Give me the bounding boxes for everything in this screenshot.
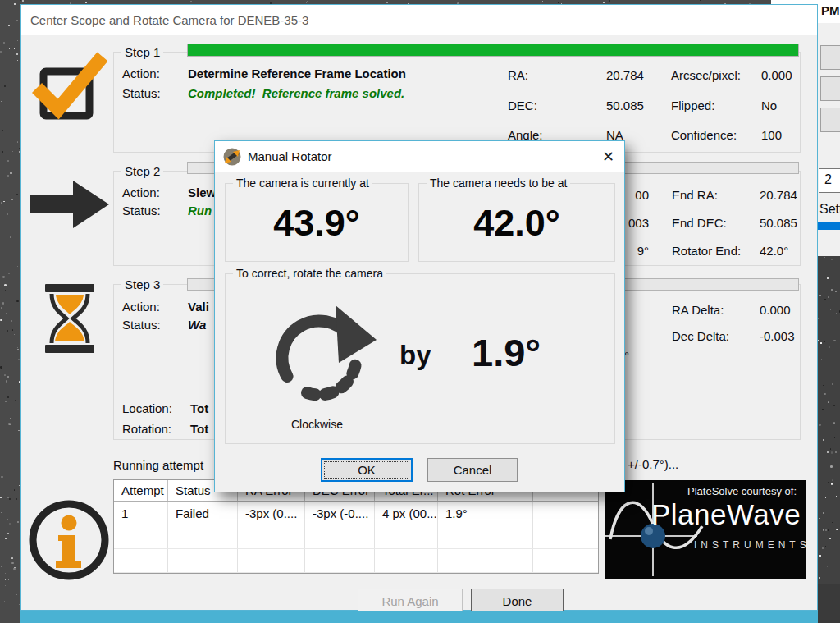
current-angle-legend: The camera is currently at xyxy=(233,176,372,190)
dec-value: 50.085 xyxy=(606,98,644,112)
rotation-amount-value: 1.9° xyxy=(472,330,541,375)
dec-label: DEC: xyxy=(508,98,537,112)
target-angle-legend: The camera needs to be at xyxy=(427,176,570,190)
flipped-value: No xyxy=(761,98,777,112)
planewave-brand-text: PlaneWave xyxy=(651,498,801,531)
arcsec-value: 0.000 xyxy=(761,68,792,82)
planewave-instruments-text: INSTRUMENTS xyxy=(694,539,806,551)
step1-legend: Step 1 xyxy=(121,45,163,59)
current-angle-value: 43.9° xyxy=(226,202,408,245)
table-row[interactable]: 1 Failed -3px (0.... -3px (-0.... 4 px (… xyxy=(114,502,598,525)
exposure-input[interactable]: 2 xyxy=(819,168,840,193)
confidence-label: Confidence: xyxy=(671,128,737,142)
correction-groupbox: To correct, rotate the camera Clockwise … xyxy=(225,273,615,444)
done-button[interactable]: Done xyxy=(471,589,564,613)
dialog-titlebar[interactable]: Manual Rotator ✕ xyxy=(215,141,624,172)
step2-action-label: Action: xyxy=(122,186,160,199)
main-window-title: Center Scope and Rotate Camera for DENEB… xyxy=(30,5,308,35)
end-dec-value: 50.085 xyxy=(760,216,797,230)
dec-delta-label: Dec Delta: xyxy=(672,329,729,343)
step3-waiting-hourglass-icon xyxy=(43,284,96,353)
ra-delta-label: RA Delta: xyxy=(672,303,724,317)
manual-rotator-dialog: Manual Rotator ✕ The camera is currently… xyxy=(214,140,625,492)
attempts-table: Attempt Status RA Error DEC Error Total … xyxy=(113,479,599,574)
tab-selected-indicator xyxy=(818,222,840,230)
rotator-end-label: Rotator End: xyxy=(672,244,741,258)
end-ra-label: End RA: xyxy=(672,188,718,202)
step3-status-label: Status: xyxy=(122,318,161,332)
flipped-label: Flipped: xyxy=(671,98,714,112)
step2-running-arrow-icon xyxy=(30,177,109,231)
correction-legend: To correct, rotate the camera xyxy=(233,267,386,280)
column-header[interactable]: Attempt xyxy=(114,480,168,501)
rotation-label: Rotation: xyxy=(122,422,171,436)
ra-delta-value: 0.000 xyxy=(760,303,791,317)
step2-status-label: Status: xyxy=(122,204,161,218)
dark-panel-bottom-right xyxy=(818,584,840,623)
rot-error-cell: 1.9° xyxy=(438,502,533,525)
starfield-image-right xyxy=(818,231,840,584)
platesolve-courtesy-text: PlateSolve courtesy of: xyxy=(687,485,797,497)
step1-complete-check-icon xyxy=(32,52,107,124)
info-icon xyxy=(28,496,110,584)
window-bottom-border xyxy=(20,611,818,623)
location-label: Location: xyxy=(122,401,172,415)
toolbar-button-fragment[interactable] xyxy=(820,76,840,101)
direction-label: Clockwise xyxy=(291,418,343,431)
close-icon[interactable]: ✕ xyxy=(602,141,614,172)
end-dec-label: End DEC: xyxy=(672,216,727,230)
target-angle-value: 42.0° xyxy=(419,202,614,245)
run-again-button[interactable]: Run Again xyxy=(358,589,463,613)
step3-status-value: Wa xyxy=(188,318,206,332)
main-titlebar[interactable]: Center Scope and Rotate Camera for DENEB… xyxy=(21,5,817,35)
arcsec-label: Arcsec/pixel: xyxy=(671,68,741,82)
toolbar-button-fragment[interactable] xyxy=(820,108,840,132)
step3-action-value: Vali xyxy=(188,300,209,314)
step2-status-value: Run xyxy=(188,204,212,218)
total-error-cell: 4 px (00... xyxy=(375,502,438,525)
running-attempt-text-right: +/-0.7°)... xyxy=(628,457,678,471)
starfield-background-left xyxy=(0,0,20,623)
ra-value: 20.784 xyxy=(606,68,644,82)
current-angle-groupbox: The camera is currently at 43.9° xyxy=(225,183,409,262)
table-row-empty[interactable] xyxy=(114,525,598,549)
target-angle-groupbox: The camera needs to be at 42.0° xyxy=(418,183,615,262)
attempt-cell: 1 xyxy=(114,502,168,525)
step1-action-value: Determine Reference Frame Location xyxy=(188,66,406,80)
rotate-clockwise-icon xyxy=(260,286,383,417)
desktop: PM 2 Setti Center Scope and Rotate Camer… xyxy=(0,0,840,623)
step1-progress-fill xyxy=(188,44,798,56)
step1-progress-bar xyxy=(187,44,799,57)
cancel-button[interactable]: Cancel xyxy=(427,458,518,482)
by-label: by xyxy=(399,340,431,371)
step2-action-value: Slew xyxy=(188,186,216,199)
tab-settings[interactable]: Setti xyxy=(819,202,840,217)
running-attempt-text: Running attempt xyxy=(113,458,203,472)
exposure-value: 2 xyxy=(824,172,832,187)
planewave-logo: PlateSolve courtesy of: PlaneWave INSTRU… xyxy=(605,480,806,579)
confidence-value: 100 xyxy=(761,128,782,142)
dialog-title: Manual Rotator xyxy=(248,141,332,172)
step3-action-label: Action: xyxy=(122,300,160,314)
dec-delta-value: -0.003 xyxy=(760,329,795,343)
step1-status-label: Status: xyxy=(122,86,161,100)
end-ra-value: 20.784 xyxy=(760,188,797,202)
ra-label: RA: xyxy=(508,68,528,82)
dec-error-cell: -3px (-0.... xyxy=(305,502,375,525)
rotator-end-value: 42.0° xyxy=(760,244,788,258)
table-row-empty[interactable] xyxy=(114,549,598,573)
rotator-app-icon xyxy=(223,148,241,166)
ok-button[interactable]: OK xyxy=(321,458,413,482)
status-cell: Failed xyxy=(168,502,238,525)
location-value: Tot xyxy=(190,401,208,415)
clock-pm-text: PM xyxy=(821,3,840,17)
step2-legend: Step 2 xyxy=(121,164,163,178)
step1-action-label: Action: xyxy=(122,66,160,80)
rotation-value: Tot xyxy=(190,422,208,436)
toolbar-button-fragment[interactable] xyxy=(820,45,840,70)
ra-error-cell: -3px (0.... xyxy=(238,502,305,525)
step3-legend: Step 3 xyxy=(121,277,163,291)
step1-status-value: Completed! Reference frame solved. xyxy=(188,86,404,100)
